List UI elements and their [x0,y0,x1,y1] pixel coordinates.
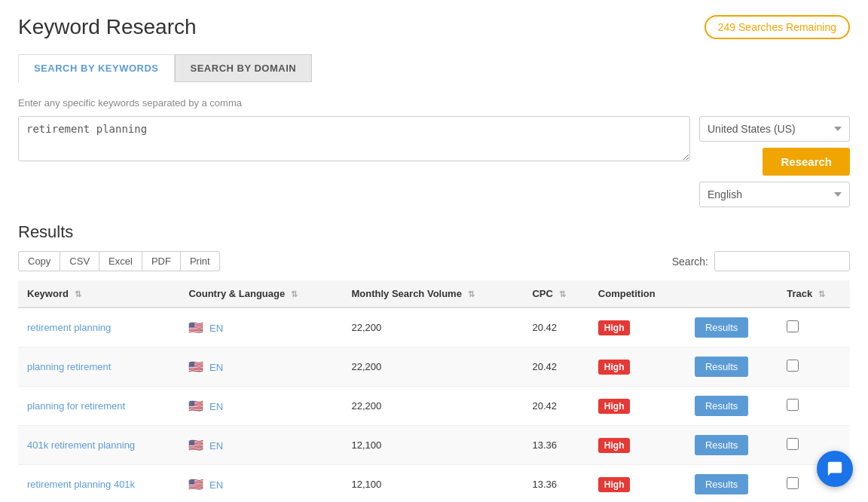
cell-country-language: 🇺🇸 EN [179,426,342,465]
search-section: Enter any specific keywords separated by… [0,82,868,222]
cell-keyword: 401k retirement planning [18,426,179,465]
col-monthly-volume: Monthly Search Volume ⇅ [343,280,524,308]
competition-badge: High [598,320,631,335]
col-cpc: CPC ⇅ [523,280,588,308]
keyword-input[interactable]: retirement planning [18,116,690,161]
results-button[interactable]: Results [695,435,748,455]
keyword-link[interactable]: planning for retirement [27,400,125,412]
col-track: Track ⇅ [778,280,850,308]
table-search-area: Search: [672,251,850,271]
excel-button[interactable]: Excel [99,251,142,271]
export-buttons: Copy CSV Excel PDF Print [18,251,220,271]
cell-competition: High [589,426,686,465]
right-controls: United States (US) United Kingdom (UK) C… [699,116,850,207]
lang-code: EN [209,479,223,491]
action-bar: Copy CSV Excel PDF Print Search: [18,251,850,271]
cell-keyword: retirement planning 401k [18,465,179,503]
sort-icon-keyword[interactable]: ⇅ [75,289,81,298]
tab-bar: SEARCH BY KEYWORDS SEARCH BY DOMAIN [0,47,868,82]
table-row: planning retirement 🇺🇸 EN 22,200 20.42 H… [18,347,850,387]
cell-country-language: 🇺🇸 EN [179,347,342,387]
flag-icon: 🇺🇸 [188,360,203,373]
track-checkbox[interactable] [787,477,799,489]
cell-results-btn: Results [686,387,778,426]
results-title: Results [18,222,850,242]
cell-competition: High [589,308,686,347]
table-row: planning for retirement 🇺🇸 EN 22,200 20.… [18,387,850,426]
cell-results-btn: Results [686,465,778,503]
research-button[interactable]: Research [763,148,850,176]
track-checkbox[interactable] [787,399,799,411]
cell-competition: High [589,465,686,503]
search-label: Search: [672,256,708,268]
track-checkbox[interactable] [787,360,799,372]
competition-badge: High [598,438,631,453]
cell-track [778,387,850,426]
keyword-link[interactable]: retirement planning 401k [27,479,135,490]
pdf-button[interactable]: PDF [142,251,181,271]
keyword-link[interactable]: 401k retirement planning [27,439,135,451]
flag-icon: 🇺🇸 [188,439,203,451]
cell-results-btn: Results [686,347,778,387]
cell-cpc: 13.36 [523,465,588,503]
copy-button[interactable]: Copy [18,251,60,271]
page-title: Keyword Research [18,15,197,39]
country-select[interactable]: United States (US) United Kingdom (UK) C… [699,116,850,142]
sort-icon-country[interactable]: ⇅ [291,289,298,298]
chat-button[interactable] [817,451,853,487]
competition-badge: High [598,360,631,375]
keyword-link[interactable]: retirement planning [27,322,111,333]
col-keyword: Keyword ⇅ [18,280,179,308]
header: Keyword Research 249 Searches Remaining [0,0,868,47]
cell-country-language: 🇺🇸 EN [179,465,342,503]
cell-track [778,347,850,387]
searches-remaining-badge: 249 Searches Remaining [704,15,850,39]
cell-cpc: 13.36 [523,426,588,465]
cell-volume: 22,200 [343,308,524,347]
table-row: retirement planning 🇺🇸 EN 22,200 20.42 H… [18,308,850,347]
cell-track [778,308,850,347]
flag-icon: 🇺🇸 [188,478,203,491]
results-button[interactable]: Results [695,474,748,494]
cell-competition: High [589,347,686,387]
cell-volume: 22,200 [343,347,524,387]
cell-cpc: 20.42 [523,347,588,387]
table-row: retirement planning 401k 🇺🇸 EN 12,100 13… [18,465,850,503]
table-header-row: Keyword ⇅ Country & Language ⇅ Monthly S… [18,280,850,308]
language-select[interactable]: English Spanish French German [699,182,850,207]
col-country-language: Country & Language ⇅ [179,280,342,308]
sort-icon-cpc[interactable]: ⇅ [559,289,566,298]
search-row: retirement planning United States (US) U… [18,116,850,207]
results-button[interactable]: Results [695,317,748,338]
cell-cpc: 20.42 [523,308,588,347]
results-button[interactable]: Results [695,357,748,377]
results-button[interactable]: Results [695,396,748,416]
lang-code: EN [209,440,223,451]
cell-volume: 22,200 [343,387,524,426]
tab-search-by-domain[interactable]: SEARCH BY DOMAIN [175,54,313,82]
keyword-link[interactable]: planning retirement [27,361,111,372]
cell-keyword: planning retirement [18,347,179,387]
sort-icon-track[interactable]: ⇅ [818,289,825,298]
csv-button[interactable]: CSV [60,251,99,271]
competition-badge: High [598,399,631,414]
cell-keyword: planning for retirement [18,387,179,426]
lang-code: EN [209,323,223,334]
competition-badge: High [598,477,631,492]
table-search-input[interactable] [714,251,850,271]
flag-icon: 🇺🇸 [188,321,203,334]
col-competition: Competition [589,280,686,308]
table-row: 401k retirement planning 🇺🇸 EN 12,100 13… [18,426,850,465]
cell-country-language: 🇺🇸 EN [179,308,342,347]
search-hint: Enter any specific keywords separated by… [18,97,850,109]
cell-competition: High [589,387,686,426]
track-checkbox[interactable] [787,438,799,450]
cell-keyword: retirement planning [18,308,179,347]
track-checkbox[interactable] [787,320,799,332]
sort-icon-volume[interactable]: ⇅ [468,289,475,298]
cell-volume: 12,100 [343,465,524,503]
results-section: Results Copy CSV Excel PDF Print Search:… [0,222,868,502]
lang-code: EN [209,362,223,373]
tab-search-by-keywords[interactable]: SEARCH BY KEYWORDS [18,54,175,82]
print-button[interactable]: Print [181,251,220,271]
